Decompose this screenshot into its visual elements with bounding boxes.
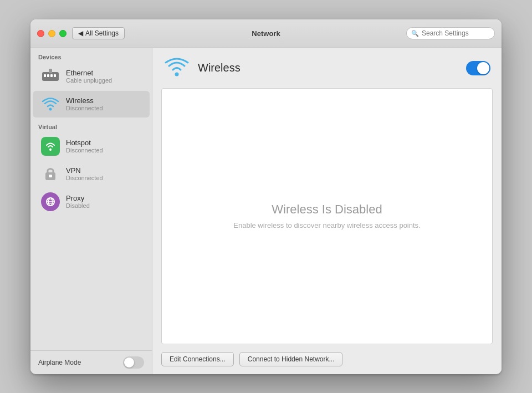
svg-rect-1 (44, 74, 46, 77)
ethernet-icon (40, 67, 60, 86)
content-area: Wireless Is Disabled Enable wireless to … (161, 88, 493, 344)
panel-wifi-icon (163, 56, 190, 80)
minimize-button[interactable] (48, 30, 55, 37)
all-settings-label: All Settings (85, 29, 119, 37)
search-icon: 🔍 (411, 30, 419, 37)
traffic-lights (37, 30, 66, 37)
sidebar-item-ethernet[interactable]: Ethernet Cable unplugged (33, 63, 150, 90)
vpn-status: Disconnected (66, 175, 103, 181)
proxy-name: Proxy (66, 194, 90, 202)
proxy-status: Disabled (66, 202, 90, 209)
wireless-icon (40, 94, 60, 114)
wireless-status: Disconnected (66, 105, 103, 111)
close-button[interactable] (37, 30, 44, 37)
wireless-text: Wireless Disconnected (66, 96, 103, 111)
edit-connections-button[interactable]: Edit Connections... (161, 352, 234, 366)
main-window: ◀ All Settings Network 🔍 Devices (30, 19, 502, 374)
sidebar-item-proxy[interactable]: Proxy Disabled (33, 188, 150, 215)
svg-rect-2 (47, 74, 49, 77)
svg-point-7 (49, 149, 52, 151)
hotspot-text: Hotspot Disconnected (66, 139, 103, 154)
ethernet-name: Ethernet (66, 69, 112, 77)
vpn-icon (40, 164, 60, 184)
window-title: Network (252, 29, 280, 38)
vpn-text: VPN Disconnected (66, 166, 103, 181)
maximize-button[interactable] (59, 30, 66, 37)
wireless-name: Wireless (66, 96, 103, 105)
bottom-buttons: Edit Connections... Connect to Hidden Ne… (152, 344, 502, 374)
all-settings-button[interactable]: ◀ All Settings (72, 27, 125, 39)
svg-rect-5 (49, 69, 52, 73)
hotspot-status: Disconnected (66, 147, 103, 154)
titlebar: ◀ All Settings Network 🔍 (30, 19, 502, 48)
sidebar-spacer (30, 216, 152, 350)
hotspot-name: Hotspot (66, 139, 103, 147)
airplane-mode-label: Airplane Mode (38, 359, 123, 366)
right-panel: Wireless Wireless Is Disabled Enable wir… (152, 48, 502, 374)
search-box[interactable]: 🔍 (406, 27, 495, 39)
svg-rect-3 (50, 74, 53, 77)
panel-header: Wireless (152, 48, 502, 88)
panel-title: Wireless (198, 62, 458, 74)
sidebar-item-hotspot[interactable]: Hotspot Disconnected (33, 133, 150, 160)
sidebar: Devices Ethernet Cable unplugged (30, 48, 152, 374)
vpn-name: VPN (66, 166, 103, 175)
sidebar-item-vpn[interactable]: VPN Disconnected (33, 161, 150, 187)
disabled-subtitle: Enable wireless to discover nearby wirel… (233, 221, 420, 229)
svg-point-15 (175, 72, 179, 76)
devices-section-label: Devices (30, 48, 152, 63)
proxy-text: Proxy Disabled (66, 194, 90, 209)
hotspot-icon (40, 136, 60, 156)
svg-point-6 (49, 108, 52, 110)
svg-rect-9 (49, 175, 52, 177)
ethernet-status: Cable unplugged (66, 77, 112, 84)
ethernet-text: Ethernet Cable unplugged (66, 69, 112, 84)
proxy-icon (40, 192, 60, 212)
connect-hidden-button[interactable]: Connect to Hidden Network... (239, 352, 343, 366)
virtual-section-label: Virtual (30, 118, 152, 132)
airplane-mode-row: Airplane Mode (30, 350, 152, 374)
airplane-mode-toggle[interactable] (123, 356, 144, 369)
svg-rect-4 (54, 74, 56, 77)
disabled-title: Wireless Is Disabled (272, 202, 382, 217)
search-input[interactable] (422, 29, 490, 37)
back-arrow-icon: ◀ (78, 29, 83, 37)
sidebar-item-wireless[interactable]: Wireless Disconnected (33, 91, 150, 118)
wireless-toggle[interactable] (466, 61, 490, 75)
main-content: Devices Ethernet Cable unplugged (30, 48, 502, 374)
